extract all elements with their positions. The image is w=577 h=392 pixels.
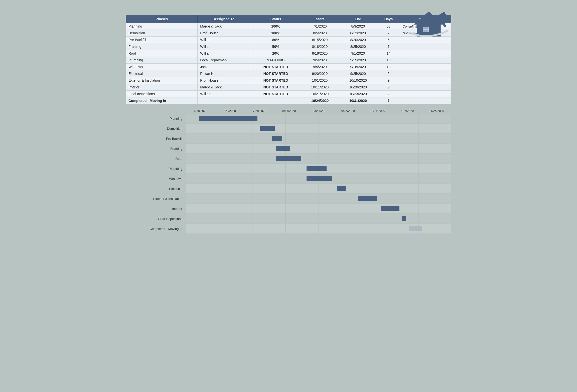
gantt-bar [307,166,327,171]
table-cell-5-2: STARTING [251,57,301,64]
table-cell-9-3: 10/11/2020 [301,84,339,91]
gantt-row-area [186,194,451,203]
gantt-date-label: 10/16/2020 [363,109,392,113]
gantt-row-area [186,164,451,173]
gantt-row-label: Plumbing [126,167,186,171]
logo-icon [406,5,451,38]
gantt-date-label: 8/17/2020 [274,109,304,113]
table-row: PlumbingLocal RepairmanSTARTING9/5/20209… [126,57,451,64]
gantt-date-label: 11/5/2020 [392,109,422,113]
table-cell-8-3: 10/1/2020 [301,77,339,84]
table-cell-10-1: William [198,91,251,97]
table-row: WindowsJackNOT STARTED9/5/20209/18/20201… [126,64,451,70]
table-cell-6-5: 13 [377,64,400,70]
table-cell-2-2: 80% [251,37,301,43]
gantt-row: Planning [126,114,451,123]
gantt-chart: 6/18/20207/8/20207/28/20208/17/20209/6/2… [126,109,451,233]
activities-table: Phases Assigned To Status Start End Days… [126,15,451,104]
table-cell-4-5: 14 [377,50,400,57]
table-cell-6-0: Windows [126,64,198,70]
gantt-row-label: Framing [126,147,186,151]
table-cell-3-3: 8/18/2020 [301,43,339,50]
gantt-bar [276,156,301,161]
table-cell-11-1 [198,97,251,104]
table-cell-4-3: 8/18/2020 [301,50,339,57]
gantt-row-area [186,124,451,133]
gantt-row-area [186,184,451,193]
table-cell-8-5: 9 [377,77,400,84]
table-cell-9-6 [400,84,451,91]
table-cell-10-3: 10/21/2020 [301,91,339,97]
gantt-row-area [186,154,451,163]
table-cell-6-6 [400,64,451,70]
gantt-container: 6/18/20207/8/20207/28/20208/17/20209/6/2… [126,109,451,233]
table-cell-3-1: William [198,43,251,50]
gantt-row-area [186,144,451,153]
table-cell-5-4: 9/15/2020 [339,57,377,64]
header-logo [406,5,451,39]
table-cell-0-4: 8/3/2020 [339,23,377,30]
table-cell-10-4: 10/23/2020 [339,91,377,97]
gantt-row: Framing [126,144,451,153]
table-cell-3-0: Framing [126,43,198,50]
table-cell-0-3: 7/1/2020 [301,23,339,30]
table-row: Final InspectionsWilliamNOT STARTED10/21… [126,91,451,97]
table-cell-11-3: 10/24/2020 [301,97,339,104]
gantt-row: Electrical [126,184,451,193]
table-cell-7-6 [400,70,451,77]
table-cell-7-3: 9/20/2020 [301,70,339,77]
col-header-status: Status [251,15,301,23]
table-cell-7-0: Electrical [126,70,198,77]
table-cell-4-4: 9/1/2020 [339,50,377,57]
gantt-row: Final Inspections [126,214,451,223]
table-header-row: Phases Assigned To Status Start End Days… [126,15,451,23]
table-cell-4-1: William [198,50,251,57]
table-cell-8-6 [400,77,451,84]
gantt-row: Exterior & Insulation [126,194,451,203]
table-cell-10-0: Final Inspections [126,91,198,97]
table-cell-9-5: 9 [377,84,400,91]
table-cell-2-5: 5 [377,37,400,43]
gantt-row-area [186,134,451,143]
gantt-row-label: Interior [126,207,186,211]
table-cell-1-5: 7 [377,30,400,37]
gantt-bar [260,126,275,131]
table-cell-3-5: 7 [377,43,400,50]
svg-rect-4 [426,27,429,30]
table-cell-9-4: 10/20/2020 [339,84,377,91]
gantt-bar [272,136,282,141]
table-cell-0-1: Marge & Jack [198,23,251,30]
svg-rect-5 [423,30,426,32]
table-cell-4-6 [400,50,451,57]
gantt-date-label: 11/25/2020 [422,109,451,113]
gantt-row: Plumbing [126,164,451,173]
gantt-bar [276,146,290,151]
table-cell-3-6 [400,43,451,50]
gantt-bar [307,176,332,181]
table-row: InteriorMarge & JackNOT STARTED10/11/202… [126,84,451,91]
table-cell-1-0: Demolition [126,30,198,37]
gantt-row-area [186,174,451,183]
table-cell-4-2: 20% [251,50,301,57]
table-row: Exterior & InsulationProfi HouseNOT STAR… [126,77,451,84]
svg-rect-3 [423,27,426,30]
table-cell-7-5: 5 [377,70,400,77]
table-row: DemolitionProfi House100%8/5/20208/12/20… [126,30,451,37]
gantt-date-label: 9/26/2020 [333,109,363,113]
gantt-bar [199,116,257,121]
gantt-row-label: Roof [126,157,186,161]
gantt-date-header: 6/18/20207/8/20207/28/20208/17/20209/6/2… [186,109,451,113]
table-cell-11-5: 7 [377,97,400,104]
table-cell-5-0: Plumbing [126,57,198,64]
table-cell-0-5: 33 [377,23,400,30]
table-cell-0-0: Planning [126,23,198,30]
table-cell-6-2: NOT STARTED [251,64,301,70]
col-header-start: Start [301,15,339,23]
table-cell-8-2: NOT STARTED [251,77,301,84]
table-cell-10-5: 2 [377,91,400,97]
table-cell-7-1: Power Net [198,70,251,77]
gantt-row-area [186,114,451,123]
gantt-row-area [186,204,451,213]
table-cell-7-4: 9/25/2020 [339,70,377,77]
table-cell-11-2 [251,97,301,104]
